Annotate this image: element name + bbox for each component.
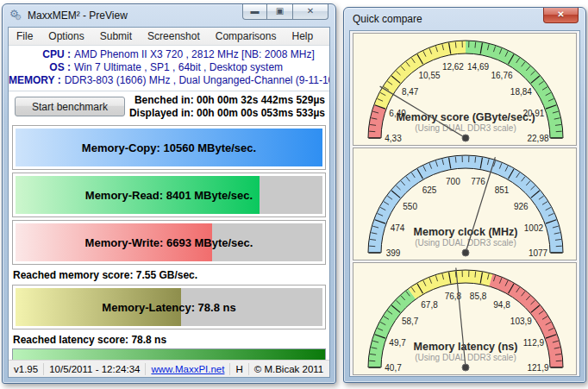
memory-read-track: Memory-Read: 8401 MByte/sec. [16, 176, 322, 214]
maxxpi-link[interactable]: www.MaxxPI.net [151, 364, 224, 374]
quick-compare-window: Quick compare ✕ 4,336,408,4710,5512,6214… [343, 7, 586, 383]
close-icon: ✕ [307, 6, 314, 16]
main-client-area: File Options Submit Screenshot Compariso… [8, 27, 330, 378]
compare-client-area: 4,336,408,4710,5512,6214,6916,7618,8420,… [349, 30, 580, 377]
gauge-tick-label: 12,62 [442, 62, 464, 72]
close-button[interactable]: ✕ [292, 4, 328, 20]
memory-latency-panel: Memory-Latency: 78.8 ns [12, 285, 326, 329]
memory-copy-panel: Memory-Copy: 10560 MByte/sec. [12, 125, 326, 170]
gauge-tick-label: 550 [403, 202, 417, 211]
gauge-tick-label: 22,98 [527, 134, 548, 143]
displayed-in-line: Displayed in: 00h 00m 00s 053ms 533µs [129, 107, 325, 120]
memory-write-label: Memory-Write: 6693 MByte/sec. [16, 223, 322, 261]
memory-latency-label: Memory-Latency: 78.8 ns [16, 288, 322, 326]
gauge-tick-label: 8,47 [402, 87, 419, 97]
os-label: OS : [9, 61, 71, 74]
maximize-button[interactable]: ▣ [267, 4, 292, 20]
status-datetime: 10/5/2011 - 12:24:34 [44, 363, 146, 375]
latency-score-line: Reached latency score: 78.8 ns [9, 332, 329, 348]
memory-read-label: Memory-Read: 8401 MByte/sec. [16, 176, 322, 214]
compare-window-title: Quick compare [353, 13, 422, 25]
gauge-title: Memory clock (MHz) [414, 226, 518, 238]
gauge-tick-label: 1077 [529, 248, 548, 258]
memory-write-track: Memory-Write: 6693 MByte/sec. [16, 223, 322, 261]
gauge-title: Memory score (GByte/sec.) [396, 111, 535, 123]
memory-read-panel: Memory-Read: 8401 MByte/sec. [12, 173, 326, 217]
memory-copy-track: Memory-Copy: 10560 MByte/sec. [16, 129, 322, 166]
gear-icon: ⚙⚙ [9, 9, 23, 22]
gauge-tick-label: 700 [446, 177, 460, 186]
gauge-tick-label: 4,33 [385, 134, 402, 143]
maximize-icon: ▣ [276, 6, 284, 16]
gauge-panel-memory-clock: 39947455062570077685192610021077Memory c… [353, 147, 577, 260]
maxxmem-window: ⚙⚙ MaxxMEM² - PreView ▬ ▣ ✕ File Options… [2, 3, 336, 384]
minimize-button[interactable]: ▬ [242, 4, 267, 20]
cpu-value: AMD Phenom II X3 720 , 2812 MHz [NB: 200… [74, 48, 315, 61]
gauge-tick-label: 121,9 [527, 363, 548, 373]
menu-file[interactable]: File [9, 28, 41, 44]
compare-close-button[interactable]: ✕ [543, 8, 579, 23]
close-icon: ✕ [557, 9, 564, 19]
gauge-tick-label: 399 [386, 248, 401, 258]
gauge-tick-label: 625 [422, 185, 437, 195]
cpu-info-row: CPU : AMD Phenom II X3 720 , 2812 MHz [N… [9, 48, 326, 61]
status-copyright: © M.Bicak 2011 [249, 363, 329, 375]
memory-label: MEMORY : [9, 74, 61, 87]
gauge-tick-label: 10,55 [418, 71, 440, 80]
main-window-controls: ▬ ▣ ✕ [242, 4, 328, 20]
timing-block: Benched in: 00h 00m 32s 442ms 529µs Disp… [129, 94, 325, 120]
gauge-tick-label: 851 [495, 185, 510, 195]
gauge-subtitle: (Using DUAL DDR3 scale) [415, 123, 516, 133]
memory-write-panel: Memory-Write: 6693 MByte/sec. [12, 220, 326, 265]
cpu-label: CPU : [9, 48, 71, 61]
menubar: File Options Submit Screenshot Compariso… [9, 28, 329, 46]
menu-help[interactable]: Help [284, 28, 321, 44]
gauge-subtitle: (Using DUAL DDR3 scale) [415, 353, 516, 362]
gauge-segment [368, 289, 416, 367]
menu-submit[interactable]: Submit [92, 28, 140, 44]
minimize-icon: ▬ [251, 6, 260, 16]
gauge-tick-label: 14,69 [467, 62, 489, 72]
benched-in-line: Benched in: 00h 00m 32s 442ms 529µs [129, 94, 325, 107]
gauge-tick-label: 85,8 [470, 292, 487, 301]
gauge-tick-label: 16,76 [491, 71, 512, 80]
gauge-svg: 40,749,758,767,876,885,894,8103,9112,912… [353, 263, 577, 374]
memory-value: DDR3-803 (1606) MHz , Dual Unganged-Chan… [65, 74, 330, 87]
system-info-panel: CPU : AMD Phenom II X3 720 , 2812 MHz [N… [9, 46, 329, 91]
gauge-svg: 39947455062570077685192610021077Memory c… [353, 148, 577, 260]
memory-latency-track: Memory-Latency: 78.8 ns [16, 288, 322, 326]
gauge-tick-label: 18,84 [510, 87, 532, 97]
gauge-tick-label: 67,8 [421, 300, 438, 310]
memory-score-line: Reached memory score: 7.55 GB/sec. [9, 267, 329, 283]
memory-copy-label: Memory-Copy: 10560 MByte/sec. [16, 129, 322, 166]
menu-options[interactable]: Options [41, 28, 91, 44]
gauge-tick-label: 1002 [524, 223, 544, 233]
gauge-tick-label: 40,7 [385, 363, 402, 373]
menu-screenshot[interactable]: Screenshot [140, 28, 208, 44]
gauge-tick-label: 474 [391, 223, 405, 233]
compare-window-controls: ✕ [543, 8, 579, 23]
gauge-panel-memory-score: 4,336,408,4710,5512,6214,6916,7618,8420,… [353, 33, 577, 146]
status-link-cell: www.MaxxPI.net [146, 363, 230, 375]
benchmark-row: Start benchmark Benched in: 00h 00m 32s … [9, 91, 329, 123]
gauge-tick-label: 776 [471, 177, 485, 186]
gauge-segment [368, 104, 386, 138]
main-window-title: MaxxMEM² - PreView [28, 9, 128, 22]
menu-comparisons[interactable]: Comparisons [208, 28, 285, 44]
gauge-tick-label: 926 [514, 202, 529, 211]
start-benchmark-button[interactable]: Start benchmark [15, 97, 125, 116]
gauge-subtitle: (Using DUAL DDR3 scale) [415, 238, 516, 248]
gauge-tick-label: 112,9 [523, 338, 545, 348]
gauge-title: Memory latency (ns) [414, 341, 518, 353]
gauge-tick-label: 103,9 [510, 317, 532, 326]
statusbar: v1.95 10/5/2011 - 12:24:34 www.MaxxPI.ne… [9, 360, 329, 377]
gauge-tick-label: 49,7 [389, 338, 406, 348]
resize-grip[interactable] [328, 364, 329, 375]
gauge-tick-label: 58,7 [402, 317, 419, 326]
status-version: v1.95 [9, 363, 44, 375]
os-info-row: OS : Win 7 Ultimate , SP1 , 64bit , Desk… [9, 61, 326, 74]
gauge-pivot [462, 135, 469, 141]
os-value: Win 7 Ultimate , SP1 , 64bit , Desktop s… [74, 61, 283, 74]
status-h: H [230, 363, 248, 375]
gauge-pivot [462, 364, 469, 371]
